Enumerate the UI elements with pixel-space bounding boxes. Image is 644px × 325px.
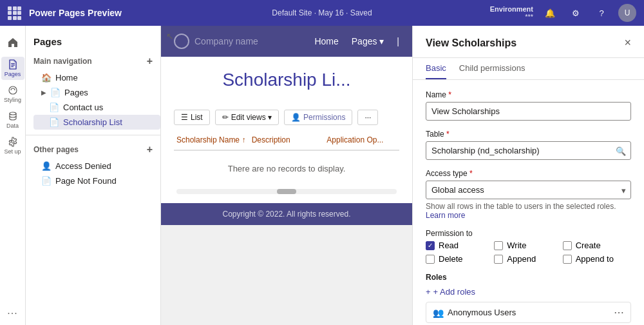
access-type-field-group: Access type Global access Account Self ▾… <box>426 169 631 220</box>
nav-item-home[interactable]: 🏠 Home <box>26 70 160 85</box>
table-field-group: Table 🔍 <box>426 130 631 160</box>
company-name: Company name <box>194 36 258 46</box>
nav-item-access-denied[interactable]: 👤 Access Denied <box>26 159 160 173</box>
table-label: Table <box>426 130 631 139</box>
perm-append-to-checkbox[interactable] <box>563 255 572 264</box>
search-icon: 🔍 <box>616 146 626 155</box>
perm-read-checkbox[interactable]: ✓ <box>426 241 435 250</box>
permission-to-label: Permission to <box>426 229 631 238</box>
sidebar-item-setup[interactable]: Set up <box>1 134 24 157</box>
pages-group-label: Pages <box>64 88 88 97</box>
app-title: Power Pages Preview <box>29 8 122 18</box>
perm-write-checkbox[interactable] <box>494 241 503 250</box>
tab-basic[interactable]: Basic <box>426 58 446 79</box>
scholarship-label: Scholarship List <box>63 117 122 127</box>
perm-create-label: Create <box>576 241 601 250</box>
col-application: Application Op... <box>324 133 399 147</box>
page-not-found-icon: 📄 <box>41 176 52 186</box>
perm-delete-label: Delete <box>439 254 463 264</box>
perm-delete: Delete <box>426 254 494 264</box>
perm-write-label: Write <box>507 241 526 250</box>
sidebar-item-styling[interactable]: Styling <box>1 83 24 106</box>
settings-icon[interactable]: ⚙ <box>567 4 585 22</box>
col-description: Description <box>249 133 325 147</box>
contact-label: Contact us <box>63 103 103 112</box>
panel-close-button[interactable]: × <box>624 36 631 50</box>
scrollbar-thumb[interactable] <box>277 189 296 194</box>
help-icon[interactable]: ? <box>592 4 611 22</box>
perm-append-checkbox[interactable] <box>494 255 503 264</box>
panel-body: Name Table 🔍 Access type Global access A… <box>413 80 644 325</box>
home-nav-label: Home <box>55 73 78 83</box>
perm-create: Create <box>563 241 631 250</box>
data-label: Data <box>6 123 19 129</box>
nav-item-pages-group[interactable]: ▶ 📄 Pages <box>26 85 160 100</box>
pages-sidebar: Pages Main navigation + 🏠 Home ▶ 📄 Pages… <box>26 26 161 325</box>
access-denied-icon: 👤 <box>41 161 52 171</box>
perm-create-checkbox[interactable] <box>563 241 572 250</box>
sidebar-item-pages[interactable]: Pages <box>1 57 24 80</box>
learn-more-link[interactable]: Learn more <box>426 211 465 220</box>
perm-write: Write <box>494 241 562 250</box>
perm-read: ✓ Read <box>426 241 494 250</box>
add-roles-button[interactable]: + + Add roles <box>426 287 631 297</box>
roles-label: Roles <box>426 273 631 282</box>
add-other-page-button[interactable]: + <box>147 144 153 155</box>
perm-delete-checkbox[interactable] <box>426 255 435 264</box>
edit-views-button[interactable]: ✏ Edit views ▾ <box>215 110 279 125</box>
right-panel: View Scholarships × Basic Child permissi… <box>412 26 644 325</box>
page-group-icon: 📄 <box>50 88 61 97</box>
edit-views-icon: ✏ <box>222 113 229 122</box>
name-field-group: Name <box>426 90 631 121</box>
scrollbar-track[interactable] <box>176 189 397 194</box>
add-main-nav-button[interactable]: + <box>147 56 153 66</box>
site-body: Scholarship Li... ☰ List ✏ Edit views ▾ … <box>161 57 412 203</box>
access-type-select[interactable]: Global access Account Self <box>426 181 631 199</box>
access-denied-label: Access Denied <box>55 161 111 171</box>
setup-label: Set up <box>4 148 21 155</box>
role-anonymous-more[interactable]: ⋯ <box>614 306 624 319</box>
nav-item-contact-us[interactable]: 📄 Contact us <box>33 100 160 115</box>
sidebar-item-home[interactable] <box>1 31 24 54</box>
topbar: Power Pages Preview Default Site · May 1… <box>0 0 644 26</box>
nav-item-page-not-found[interactable]: 📄 Page Not Found <box>26 173 160 188</box>
add-icon: + <box>426 287 431 297</box>
svg-point-5 <box>12 141 14 143</box>
more-button[interactable]: ··· <box>357 110 378 125</box>
list-button[interactable]: ☰ List <box>174 110 210 125</box>
name-label: Name <box>426 90 631 99</box>
nav-item-scholarship-list[interactable]: 📄 Scholarship List ··· <box>33 115 160 130</box>
site-nav-home[interactable]: Home <box>314 36 338 46</box>
notifications-icon[interactable]: 🔔 <box>541 4 559 22</box>
styling-label: Styling <box>4 97 21 103</box>
main-nav-label: Main navigation <box>33 57 92 66</box>
tab-child-permissions[interactable]: Child permissions <box>459 58 526 79</box>
svg-rect-0 <box>11 63 15 64</box>
access-type-select-wrap: Global access Account Self ▾ <box>426 181 631 199</box>
panel-title: View Scholarships <box>426 37 516 49</box>
pages-title: Pages <box>33 36 62 47</box>
panel-tabs: Basic Child permissions <box>413 58 644 80</box>
perm-append-to-label: Append to <box>576 254 614 264</box>
scholarship-page-title: Scholarship Li... <box>161 57 412 103</box>
name-input[interactable] <box>426 102 631 121</box>
avatar[interactable]: U <box>618 4 636 22</box>
table-toolbar: ☰ List ✏ Edit views ▾ 👤 Permissions ··· <box>174 110 399 125</box>
site-nav-pages[interactable]: Pages ▾ <box>352 36 384 46</box>
expand-icon: ▶ <box>41 89 46 96</box>
sidebar-item-data[interactable]: Data <box>1 108 24 132</box>
main-navigation-header: Main navigation + <box>26 52 160 70</box>
site-footer: Copyright © 2022. All rights reserved. <box>161 203 412 225</box>
pages-sidebar-header: Pages <box>26 34 160 52</box>
panel-header: View Scholarships × <box>413 26 644 58</box>
permissions-button[interactable]: 👤 Permissions <box>284 110 352 125</box>
content-area: ↖ Company name Home Pages ▾ | Scholarshi… <box>161 26 412 325</box>
access-type-help: Show all rows in the table to users in t… <box>426 202 631 220</box>
save-status: Default Site · May 16 · Saved <box>272 8 372 17</box>
site-nav-extra[interactable]: | <box>397 36 399 46</box>
scholarship-page-icon: 📄 <box>49 117 59 127</box>
table-input[interactable] <box>426 141 631 160</box>
sidebar-item-more[interactable]: ··· <box>1 302 24 325</box>
table-input-wrap: 🔍 <box>426 141 631 160</box>
more-icon: ··· <box>365 113 371 122</box>
